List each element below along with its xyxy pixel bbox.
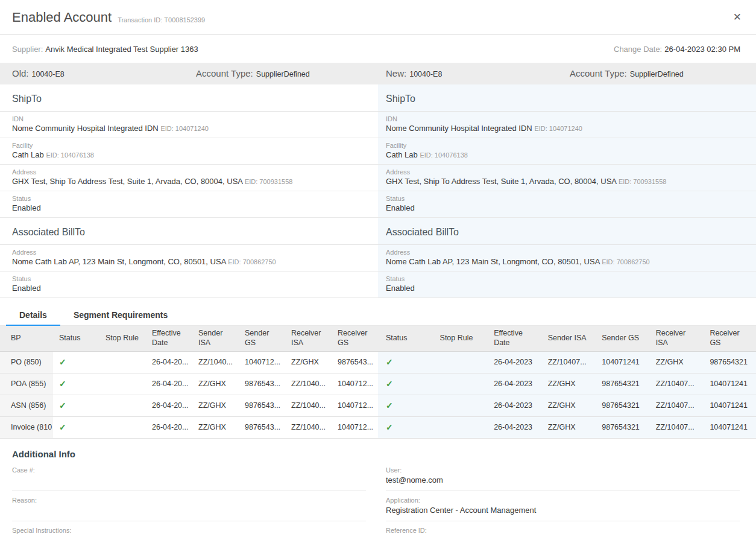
effective-date-cell: 26-04-2023 xyxy=(486,395,540,416)
new-account-type-value: SupplierDefined xyxy=(630,70,684,78)
comparison-new: New:10040-E8 Account Type:SupplierDefine… xyxy=(378,68,756,79)
effective-date-cell: 26-04-20... xyxy=(146,416,192,438)
sender-gs-cell: 1040712... xyxy=(239,351,285,373)
field-label: Reference ID: xyxy=(386,527,740,534)
old-panel: ShipTo IDN Nome Community Hospital Integ… xyxy=(0,84,378,298)
sender-gs-cell: 987654321 xyxy=(594,373,648,395)
status-cell: ✓ xyxy=(378,373,432,395)
new-field-address: Address GHX Test, Ship To Address Test, … xyxy=(378,165,756,191)
close-icon[interactable]: ✕ xyxy=(731,10,744,25)
field-value: Cath Lab xyxy=(386,150,418,159)
stop-rule-cell xyxy=(99,395,146,416)
new-billto-heading: Associated BillTo xyxy=(378,218,756,245)
receiver-gs-cell: 1040712... xyxy=(332,373,378,395)
field-value: Enabled xyxy=(12,203,41,212)
field-value xyxy=(12,506,366,516)
field-value xyxy=(12,475,366,486)
transaction-id-label: Transaction ID: xyxy=(118,16,162,24)
stop-rule-cell xyxy=(99,416,146,438)
field-eid: EID: 700931558 xyxy=(245,178,293,185)
old-account: Old:10040-E8 xyxy=(12,68,196,79)
new-field-idn: IDN Nome Community Hospital Integrated I… xyxy=(378,112,756,138)
field-label: Status xyxy=(386,195,744,202)
check-icon: ✓ xyxy=(386,379,393,389)
field-label: IDN xyxy=(386,115,744,122)
check-icon: ✓ xyxy=(386,401,393,410)
status-cell: ✓ xyxy=(53,395,99,416)
stop-rule-cell xyxy=(432,373,487,395)
receiver-isa-cell: ZZ/10407... xyxy=(648,373,702,395)
effective-date-cell: 26-04-2023 xyxy=(486,416,540,438)
check-icon: ✓ xyxy=(386,422,393,432)
col-effective-date: Effective Date xyxy=(146,326,192,351)
old-billto-status: Status Enabled xyxy=(0,272,378,298)
receiver-gs-cell: 104071241 xyxy=(702,416,756,438)
status-cell: ✓ xyxy=(53,373,99,395)
col-stop-rule: Stop Rule xyxy=(99,326,146,351)
field-label: Status xyxy=(12,195,366,202)
field-label: Facility xyxy=(386,142,744,149)
change-date: Change Date:26-04-2023 02:30 PM xyxy=(614,45,740,54)
field-eid: EID: 104076138 xyxy=(420,151,468,159)
field-special-instructions: Special Instructions: xyxy=(12,527,366,537)
effective-date-cell: 26-04-20... xyxy=(146,395,192,416)
table-row: ✓ 26-04-2023 ZZ/GHX 987654321 ZZ/10407..… xyxy=(378,416,756,438)
col-receiver-gs: Receiver GS xyxy=(332,326,378,351)
field-eid: EID: 104071240 xyxy=(160,125,209,132)
old-field-idn: IDN Nome Community Hospital Integrated I… xyxy=(0,112,378,138)
old-value: 10040-E8 xyxy=(32,70,65,78)
field-eid: EID: 700931558 xyxy=(619,178,667,185)
new-panel: ShipTo IDN Nome Community Hospital Integ… xyxy=(378,84,756,298)
field-eid: EID: 700862750 xyxy=(228,258,276,265)
field-value: Enabled xyxy=(12,284,41,293)
col-bp: BP xyxy=(0,326,53,351)
supplier-label: Supplier: xyxy=(12,45,43,54)
dialog-header: Enabled Account Transaction ID:T00081523… xyxy=(0,0,756,35)
receiver-gs-cell: 9876543... xyxy=(332,351,378,373)
sender-isa-cell: ZZ/GHX xyxy=(192,373,239,395)
col-sender-gs: Sender GS xyxy=(594,326,648,351)
new-field-status: Status Enabled xyxy=(378,191,756,218)
status-cell: ✓ xyxy=(53,351,99,373)
field-label: Address xyxy=(386,249,744,256)
change-date-value: 26-04-2023 02:30 PM xyxy=(664,45,740,54)
receiver-isa-cell: ZZ/10407... xyxy=(648,416,702,438)
col-status: Status xyxy=(378,326,432,351)
additional-info-left: Case #: Reason: Special Instructions: xyxy=(0,461,378,537)
field-label: Special Instructions: xyxy=(12,527,366,534)
field-label: Facility xyxy=(12,142,366,149)
bp-cell: POA (855) xyxy=(0,373,53,395)
sender-isa-cell: ZZ/GHX xyxy=(192,395,239,416)
old-shipto-heading: ShipTo xyxy=(0,84,378,112)
field-value: Nome Cath Lab AP, 123 Main St, Longmont,… xyxy=(386,257,600,266)
transaction-id-value: T0008152399 xyxy=(164,16,205,24)
field-label: Case #: xyxy=(12,466,366,474)
col-status: Status xyxy=(53,326,99,351)
old-field-status: Status Enabled xyxy=(0,191,378,218)
tab-segment-requirements[interactable]: Segment Requirements xyxy=(60,307,181,326)
meta-row: Supplier:Anvik Medical Integrated Test S… xyxy=(0,35,756,62)
bp-cell: ASN (856) xyxy=(0,395,53,416)
field-case-number: Case #: xyxy=(12,466,366,491)
tab-details[interactable]: Details xyxy=(6,307,60,326)
additional-info: Case #: Reason: Special Instructions: Us… xyxy=(0,461,756,537)
new-field-facility: Facility Cath Lab EID: 104076138 xyxy=(378,138,756,165)
field-eid: EID: 700862750 xyxy=(602,258,650,265)
sender-gs-cell: 104071241 xyxy=(594,351,648,373)
field-label: User: xyxy=(386,466,740,474)
field-value: Nome Cath Lab AP, 123 Main St, Longmont,… xyxy=(12,257,226,266)
new-account-type-label: Account Type: xyxy=(570,68,627,78)
field-label: IDN xyxy=(12,115,366,122)
col-sender-isa: Sender ISA xyxy=(540,326,594,351)
effective-date-cell: 26-04-20... xyxy=(146,351,192,373)
field-application: Application: Registration Center - Accou… xyxy=(386,497,740,521)
sender-gs-cell: 987654321 xyxy=(594,395,648,416)
field-value: Nome Community Hospital Integrated IDN xyxy=(12,124,159,133)
sender-isa-cell: ZZ/GHX xyxy=(540,395,594,416)
sender-gs-cell: 9876543... xyxy=(239,416,285,438)
stop-rule-cell xyxy=(432,395,487,416)
old-details-table: BP Status Stop Rule Effective Date Sende… xyxy=(0,326,378,439)
check-icon: ✓ xyxy=(386,357,393,367)
status-cell: ✓ xyxy=(378,351,432,373)
details-table: BP Status Stop Rule Effective Date Sende… xyxy=(0,326,756,439)
